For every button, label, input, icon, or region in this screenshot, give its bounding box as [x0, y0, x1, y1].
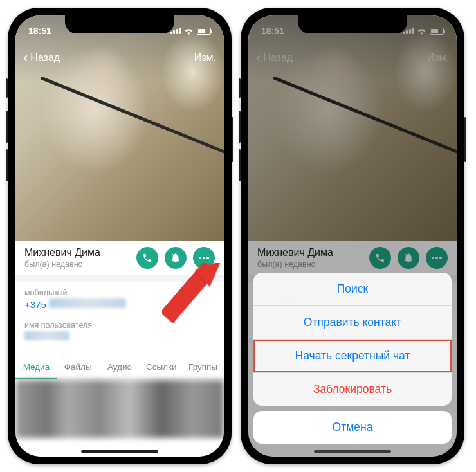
username-label: имя пользователя — [24, 321, 215, 330]
phone-mockup-right: 18:51 ‹Назад Изм. Михневич Дима был(а) н… — [241, 8, 464, 464]
sheet-share-contact[interactable]: Отправить контакт — [253, 305, 452, 339]
home-indicator[interactable] — [81, 450, 158, 453]
svg-point-0 — [199, 257, 201, 259]
battery-icon — [197, 28, 211, 35]
sheet-block[interactable]: Заблокировать — [253, 372, 452, 406]
contact-name: Михневич Дима — [24, 247, 100, 259]
nav-bar: ‹ Назад Изм. — [15, 46, 224, 69]
notch — [65, 15, 174, 33]
media-tabs: Медиа Файлы Аудио Ссылки Группы — [15, 354, 224, 380]
tab-links[interactable]: Ссылки — [140, 354, 182, 379]
phone-label: мобильный — [24, 288, 215, 297]
more-button[interactable] — [193, 247, 215, 269]
phone-section[interactable]: мобильный +375 — [15, 282, 224, 314]
phone-value: +375 — [24, 298, 215, 310]
tab-groups[interactable]: Группы — [182, 354, 224, 379]
status-right — [170, 28, 212, 35]
phone-mockup-left: 18:51 ‹ Назад Изм. Михневич Дима был(а) … — [8, 8, 232, 464]
action-sheet: Поиск Отправить контакт Начать секретный… — [253, 273, 452, 444]
contact-status: был(а) недавно — [24, 260, 100, 269]
more-icon — [199, 257, 209, 259]
username-section[interactable]: имя пользователя — [15, 314, 224, 346]
call-icon — [142, 253, 152, 263]
back-label: Назад — [30, 52, 60, 64]
sheet-search[interactable]: Поиск — [253, 273, 452, 305]
media-thumbnails[interactable] — [15, 380, 224, 438]
tab-files[interactable]: Файлы — [57, 354, 99, 379]
svg-point-1 — [203, 257, 205, 259]
sheet-start-secret-chat[interactable]: Начать секретный чат — [253, 339, 452, 372]
call-button[interactable] — [136, 247, 158, 269]
back-button[interactable]: ‹ Назад — [23, 51, 60, 65]
mute-bell-icon — [170, 253, 181, 263]
sheet-cancel[interactable]: Отмена — [253, 411, 452, 444]
wifi-icon — [184, 28, 194, 35]
mute-button[interactable] — [165, 247, 187, 269]
screen-right: 18:51 ‹Назад Изм. Михневич Дима был(а) н… — [248, 15, 457, 457]
contact-header: Михневич Дима был(а) недавно — [15, 241, 224, 275]
edit-button[interactable]: Изм. — [194, 52, 216, 64]
screen-left: 18:51 ‹ Назад Изм. Михневич Дима был(а) … — [15, 15, 224, 457]
contact-photo[interactable]: ‹ Назад Изм. — [15, 15, 224, 241]
tab-media[interactable]: Медиа — [15, 354, 57, 379]
tab-audio[interactable]: Аудио — [99, 354, 141, 379]
status-time: 18:51 — [28, 26, 51, 36]
svg-point-2 — [206, 257, 209, 259]
chevron-left-icon: ‹ — [23, 51, 28, 65]
